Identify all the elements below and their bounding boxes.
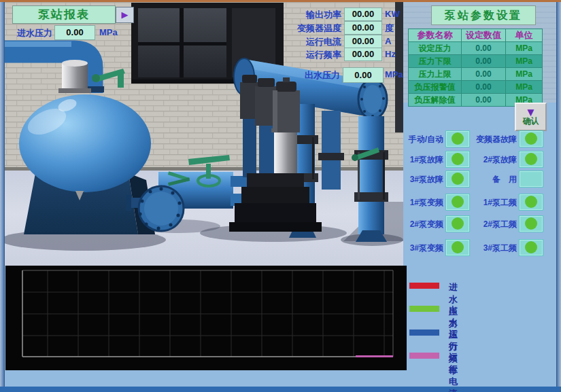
param-value[interactable]: 0.00 bbox=[462, 42, 506, 55]
status-lamp bbox=[519, 171, 543, 188]
col-header-unit: 单位 bbox=[506, 29, 543, 42]
param-name: 压力下限 bbox=[409, 55, 462, 68]
legend-swatch-frequency bbox=[409, 329, 439, 336]
param-name: 设定压力 bbox=[409, 42, 462, 55]
inverter-temp-unit: 度 bbox=[385, 22, 394, 35]
param-unit: MPa bbox=[506, 42, 543, 55]
trend-chart-grid bbox=[5, 266, 407, 370]
status-lamp bbox=[519, 239, 543, 256]
inlet-pressure-value: 0.00 bbox=[54, 25, 95, 40]
param-name: 负压解除值 bbox=[409, 94, 462, 107]
inlet-pressure-unit: MPa bbox=[99, 27, 118, 37]
status-lamp bbox=[445, 239, 470, 256]
lamp-dot bbox=[525, 241, 537, 253]
table-row: 压力上限 0.00 MPa bbox=[409, 68, 543, 81]
wall-corner-shadow bbox=[395, 2, 403, 132]
lamp-dot bbox=[525, 196, 537, 208]
page-right-border bbox=[556, 2, 561, 387]
lamp-dot bbox=[525, 217, 537, 230]
run-current-unit: A bbox=[385, 36, 391, 46]
lamp-dot bbox=[525, 132, 537, 145]
status-lamp bbox=[445, 171, 470, 188]
col-header-value: 设定数值 bbox=[462, 29, 506, 42]
run-frequency-unit: Hz bbox=[385, 49, 396, 59]
status-label-spare: 备 用 bbox=[473, 174, 517, 185]
hmi-pump-station-screen: 泵站报表 ▶ 进水压力 0.00 MPa 输出功率 00.00 KW 变频器温度… bbox=[0, 0, 561, 392]
inlet-pressure-label: 进水压力 bbox=[10, 27, 52, 39]
output-power-value: 00.00 bbox=[344, 7, 382, 21]
inverter-temp-label: 变频器温度 bbox=[283, 22, 341, 35]
run-current-label: 运行电流 bbox=[283, 36, 341, 48]
run-frequency-label: 运行频率 bbox=[283, 49, 341, 61]
status-label-manual-auto: 手动/自动 bbox=[400, 134, 443, 145]
lamp-dot bbox=[452, 153, 464, 165]
status-label-pump2-vfd: 2#泵变频 bbox=[400, 219, 443, 230]
outlet-pressure-value: 0.00 bbox=[343, 67, 384, 83]
col-header-name: 参数名称 bbox=[409, 29, 462, 42]
inverter-temp-value: 00.00 bbox=[344, 21, 382, 35]
confirm-label: 确认 bbox=[523, 117, 539, 126]
status-label-pump2-mains: 2#泵工频 bbox=[473, 219, 517, 230]
status-lamp bbox=[445, 130, 470, 147]
param-value[interactable]: 0.00 bbox=[462, 94, 506, 107]
status-label-pump1-mains: 1#泵工频 bbox=[473, 197, 517, 209]
lamp-dot bbox=[452, 196, 464, 208]
param-value[interactable]: 0.00 bbox=[462, 68, 506, 81]
legend-label: 运行电流 bbox=[449, 351, 458, 392]
trend-chart bbox=[5, 266, 407, 370]
status-lamp bbox=[519, 130, 543, 147]
confirm-button[interactable]: ▼ 确认 bbox=[515, 103, 547, 131]
status-lamp bbox=[445, 215, 470, 232]
outlet-pressure-unit: MPa bbox=[385, 69, 403, 79]
param-unit: MPa bbox=[506, 68, 543, 81]
lamp-dot bbox=[452, 217, 464, 230]
output-power-label: 输出功率 bbox=[283, 9, 341, 21]
page-left-border bbox=[0, 2, 5, 387]
status-lamp bbox=[519, 194, 543, 211]
output-power-unit: KW bbox=[385, 9, 400, 19]
table-row: 负压报警值 0.00 MPa bbox=[409, 81, 543, 94]
lamp-dot bbox=[452, 132, 464, 145]
status-label-pump1-vfd: 1#泵变频 bbox=[400, 197, 443, 209]
legend-swatch-outlet bbox=[409, 306, 439, 312]
status-label-pump1-fault: 1#泵故障 bbox=[400, 154, 443, 166]
table-row: 设定压力 0.00 MPa bbox=[409, 42, 543, 55]
run-current-value: 00.00 bbox=[344, 35, 382, 48]
status-lamp bbox=[519, 151, 543, 168]
status-label-pump3-mains: 3#泵工频 bbox=[473, 243, 517, 254]
status-label-pump3-fault: 3#泵故障 bbox=[400, 174, 443, 185]
page-bottom-border bbox=[0, 387, 561, 392]
status-lamp bbox=[445, 151, 470, 168]
param-value[interactable]: 0.00 bbox=[462, 81, 506, 94]
legend-swatch-inlet bbox=[409, 283, 439, 289]
status-lamp bbox=[445, 194, 470, 211]
run-frequency-value: 00.00 bbox=[344, 48, 382, 61]
table-row: 压力下限 0.00 MPa bbox=[409, 55, 543, 68]
param-unit: MPa bbox=[506, 55, 543, 68]
param-value[interactable]: 0.00 bbox=[462, 55, 506, 68]
param-unit: MPa bbox=[506, 81, 543, 94]
status-label-vfd-fault: 变频器故障 bbox=[473, 134, 517, 145]
legend-swatch-current bbox=[409, 353, 439, 359]
param-name: 压力上限 bbox=[409, 68, 462, 81]
report-button[interactable]: 泵站报表 bbox=[12, 5, 116, 24]
settings-panel-title: 泵站参数设置 bbox=[431, 5, 536, 25]
lamp-dot bbox=[452, 241, 464, 253]
lamp-dot bbox=[452, 173, 464, 185]
status-label-pump2-fault: 2#泵故障 bbox=[473, 154, 517, 166]
table-header-row: 参数名称 设定数值 单位 bbox=[409, 29, 543, 42]
play-icon[interactable]: ▶ bbox=[116, 7, 134, 23]
param-name: 负压报警值 bbox=[409, 81, 462, 94]
lamp-dot bbox=[525, 153, 537, 165]
status-label-pump3-vfd: 3#泵变频 bbox=[400, 243, 443, 254]
tank-vent-cylinder bbox=[62, 63, 88, 89]
status-lamp bbox=[519, 215, 543, 232]
outlet-pressure-label: 出水压力 bbox=[288, 69, 340, 82]
parameters-table: 参数名称 设定数值 单位 设定压力 0.00 MPa 压力下限 0.00 MPa… bbox=[408, 29, 543, 107]
